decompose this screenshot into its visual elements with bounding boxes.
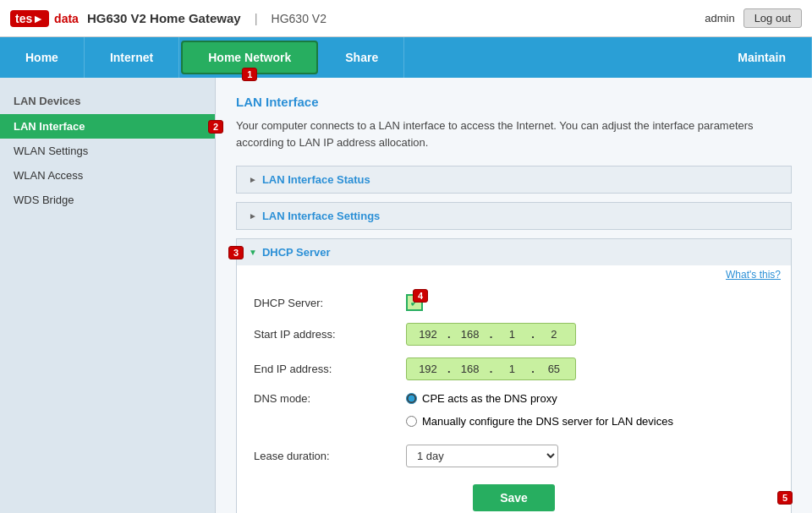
sidebar-item-lan-interface[interactable]: LAN Interface 2 — [0, 114, 215, 139]
sidebar-item-wlan-access-label: WLAN Access — [14, 169, 83, 182]
start-ip-octet3[interactable] — [494, 325, 529, 343]
logout-button[interactable]: Log out — [743, 8, 802, 28]
header: tes ► data HG630 V2 Home Gateway | HG630… — [0, 0, 812, 37]
save-button[interactable]: Save — [473, 484, 555, 511]
dns-label-cpe: CPE acts as the DNS proxy — [422, 392, 557, 405]
ip-dot-1: . — [447, 328, 451, 341]
badge-1: 1 — [242, 68, 257, 81]
badge-4: 4 — [413, 289, 428, 303]
main-content: LAN Interface Your computer connects to … — [216, 78, 812, 513]
logo-text: tes — [15, 12, 32, 25]
navigation: Home Internet Home Network 1 Share Maint… — [0, 37, 812, 78]
dhcp-arrow-icon: ▼ — [249, 248, 257, 257]
dhcp-header[interactable]: ▼ DHCP Server 3 — [237, 239, 791, 265]
logo-icon: tes ► — [10, 10, 49, 27]
end-ip-group: . . . — [406, 357, 576, 380]
admin-label: admin — [705, 12, 734, 25]
header-title: HG630 V2 Home Gateway — [87, 11, 241, 25]
logo-arrow: ► — [32, 12, 44, 25]
end-ip-label: End IP address: — [254, 363, 406, 375]
end-ip-control: . . . — [406, 357, 576, 380]
dhcp-server-row: DHCP Server: ✓ 4 — [254, 294, 774, 311]
end-ip-row: End IP address: . . . — [254, 357, 774, 380]
section-lan-status-label: LAN Interface Status — [262, 173, 370, 186]
lease-duration-row: Lease duration: 1 day — [254, 445, 774, 467]
end-ip-octet3[interactable] — [494, 360, 529, 378]
page-title: LAN Interface — [236, 95, 792, 109]
nav-item-home-network-label: Home Network — [208, 51, 291, 64]
end-ip-octet1[interactable] — [410, 360, 446, 378]
layout: LAN Devices LAN Interface 2 WLAN Setting… — [0, 78, 812, 513]
dns-radio-cpe[interactable] — [406, 393, 417, 404]
nav-item-internet[interactable]: Internet — [85, 37, 179, 78]
section-lan-status[interactable]: ► LAN Interface Status — [236, 166, 792, 194]
dhcp-content: DHCP Server: ✓ 4 Start IP address: — [237, 284, 791, 513]
header-model: HG630 V2 — [272, 12, 326, 25]
whats-this: What's this? — [237, 265, 791, 284]
dhcp-server-checkbox[interactable]: ✓ 4 — [406, 294, 423, 311]
nav-item-home[interactable]: Home — [0, 37, 85, 78]
ip-dot-5: . — [490, 363, 493, 375]
ip-dot-4: . — [447, 363, 451, 375]
save-row: Save 5 — [254, 484, 774, 511]
sidebar-item-wds-bridge[interactable]: WDS Bridge — [0, 188, 215, 212]
header-separator: | — [255, 11, 258, 25]
sidebar-item-wlan-settings[interactable]: WLAN Settings — [0, 139, 215, 163]
start-ip-row: Start IP address: . . . — [254, 323, 774, 346]
dns-mode-group: CPE acts as the DNS proxy Manually confi… — [406, 392, 673, 433]
ip-dot-3: . — [531, 328, 535, 341]
dhcp-server-label: DHCP Server: — [254, 297, 406, 309]
logo-area: tes ► data — [10, 10, 79, 27]
sidebar-item-wlan-access[interactable]: WLAN Access — [0, 163, 215, 188]
dns-option-cpe: CPE acts as the DNS proxy — [406, 392, 673, 405]
dns-mode-row: DNS mode: CPE acts as the DNS proxy Manu… — [254, 392, 774, 433]
lease-duration-label: Lease duration: — [254, 450, 406, 462]
ip-dot-6: . — [531, 363, 535, 375]
sidebar-title: LAN Devices — [0, 88, 215, 114]
end-ip-octet4[interactable] — [536, 360, 572, 378]
nav-item-maintain[interactable]: Maintain — [712, 37, 812, 78]
section-lan-settings-label: LAN Interface Settings — [262, 210, 380, 222]
dhcp-server-control: ✓ 4 — [406, 294, 423, 311]
start-ip-octet2[interactable] — [453, 325, 488, 343]
dhcp-section: ▼ DHCP Server 3 What's this? DHCP Server… — [236, 238, 792, 513]
nav-item-share[interactable]: Share — [320, 37, 404, 78]
start-ip-octet4[interactable] — [536, 325, 572, 343]
header-right: admin Log out — [705, 8, 802, 28]
lease-duration-select[interactable]: 1 day — [406, 445, 558, 467]
sidebar-item-wlan-settings-label: WLAN Settings — [14, 145, 88, 157]
dns-option-manual: Manually configure the DNS server for LA… — [406, 415, 673, 428]
whats-this-link[interactable]: What's this? — [726, 269, 781, 281]
badge-2: 2 — [208, 120, 223, 134]
section-lan-settings[interactable]: ► LAN Interface Settings — [236, 202, 792, 230]
ip-dot-2: . — [490, 328, 493, 341]
badge-3: 3 — [228, 246, 244, 259]
section-lan-settings-arrow: ► — [249, 211, 257, 221]
start-ip-control: . . . — [406, 323, 576, 346]
dns-radio-manual[interactable] — [406, 416, 417, 427]
lease-duration-control: 1 day — [406, 445, 558, 467]
header-left: tes ► data HG630 V2 Home Gateway | HG630… — [10, 10, 326, 27]
sidebar: LAN Devices LAN Interface 2 WLAN Setting… — [0, 78, 216, 513]
end-ip-octet2[interactable] — [453, 360, 488, 378]
page-description: Your computer connects to a LAN interfac… — [236, 117, 792, 150]
logo-data: data — [54, 12, 79, 25]
start-ip-octet1[interactable] — [410, 325, 446, 343]
nav-item-home-network[interactable]: Home Network 1 — [181, 41, 318, 74]
start-ip-label: Start IP address: — [254, 328, 406, 341]
dhcp-header-label: DHCP Server — [262, 246, 331, 259]
dns-label-manual: Manually configure the DNS server for LA… — [422, 415, 673, 428]
dns-mode-label: DNS mode: — [254, 392, 406, 405]
section-lan-status-arrow: ► — [249, 175, 257, 184]
badge-5: 5 — [777, 491, 793, 505]
sidebar-item-wds-bridge-label: WDS Bridge — [14, 194, 74, 206]
sidebar-item-lan-interface-label: LAN Interface — [14, 120, 85, 133]
start-ip-group: . . . — [406, 323, 576, 346]
